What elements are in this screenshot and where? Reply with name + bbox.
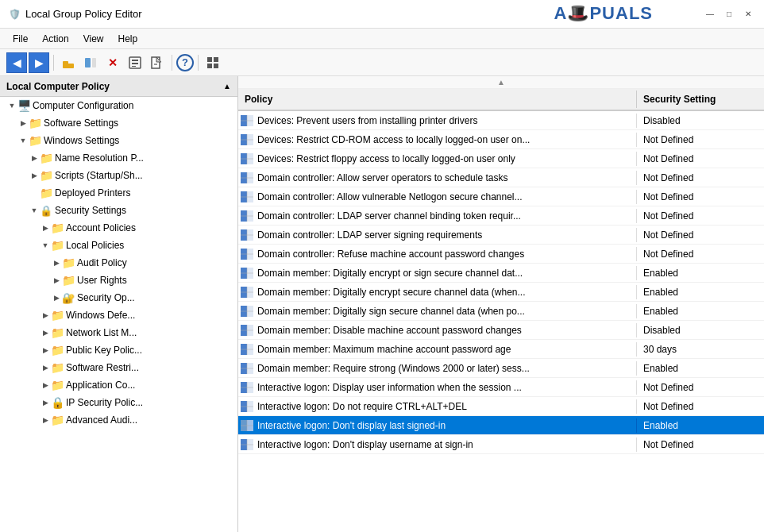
tree-item-local-policies[interactable]: ▼ 📁 Local Policies bbox=[0, 237, 237, 254]
properties-button[interactable] bbox=[125, 52, 145, 73]
back-button[interactable]: ◀ bbox=[6, 52, 27, 73]
tree-item-scripts[interactable]: ▶ 📁 Scripts (Startup/Sh... bbox=[0, 167, 237, 184]
table-row[interactable]: Domain member: Maximum machine account p… bbox=[238, 340, 764, 359]
row-setting-text: Not Defined bbox=[637, 438, 764, 452]
tree-item-network-list[interactable]: ▶ 📁 Network List M... bbox=[0, 324, 237, 341]
row-icon bbox=[238, 363, 256, 374]
expand-network-list[interactable]: ▶ bbox=[40, 327, 51, 338]
tree-item-software-restrict[interactable]: ▶ 📁 Software Restri... bbox=[0, 359, 237, 376]
tree-item-windows-settings[interactable]: ▼ 📁 Windows Settings bbox=[0, 132, 237, 149]
help-button[interactable]: ? bbox=[176, 54, 194, 71]
table-row[interactable]: Interactive logon: Display user informat… bbox=[238, 378, 764, 397]
tree-item-security-op[interactable]: ▶ 🔐 Security Op... bbox=[0, 289, 237, 306]
tree-scroll-up-icon[interactable]: ▲ bbox=[223, 82, 231, 91]
up-button[interactable] bbox=[58, 52, 79, 73]
expand-user-rights[interactable]: ▶ bbox=[51, 275, 62, 286]
folder-icon-printers: 📁 bbox=[40, 187, 52, 199]
folder-icon-scripts: 📁 bbox=[40, 170, 52, 181]
row-setting-text: Not Defined bbox=[637, 399, 764, 414]
svg-rect-1 bbox=[63, 61, 68, 64]
menu-action[interactable]: Action bbox=[36, 32, 75, 46]
row-setting-text: Not Defined bbox=[637, 209, 764, 223]
tree-panel: Local Computer Policy ▲ ▼ 🖥️ Computer Co… bbox=[0, 76, 238, 532]
table-row[interactable]: Domain controller: Refuse machine accoun… bbox=[238, 245, 764, 264]
delete-button[interactable]: ✕ bbox=[102, 52, 123, 73]
expand-scripts[interactable]: ▶ bbox=[29, 170, 40, 181]
table-row-selected[interactable]: Interactive logon: Don't display last si… bbox=[238, 416, 764, 435]
expand-computer-config[interactable]: ▼ bbox=[6, 100, 17, 111]
tree-item-user-rights[interactable]: ▶ 📁 User Rights bbox=[0, 272, 237, 289]
tree-item-audit-policy[interactable]: ▶ 📁 Audit Policy bbox=[0, 254, 237, 272]
row-icon bbox=[238, 229, 256, 241]
tree-item-name-resolution[interactable]: ▶ 📁 Name Resolution P... bbox=[0, 149, 237, 167]
table-row[interactable]: Domain member: Digitally sign secure cha… bbox=[238, 302, 764, 321]
table-row[interactable]: Devices: Prevent users from installing p… bbox=[238, 111, 764, 130]
row-setting-text: Not Defined bbox=[637, 152, 764, 166]
table-row[interactable]: Interactive logon: Don't display usernam… bbox=[238, 435, 764, 454]
expand-ip-security[interactable]: ▶ bbox=[40, 397, 51, 408]
table-row[interactable]: Devices: Restrict floppy access to local… bbox=[238, 149, 764, 168]
expand-security-op[interactable]: ▶ bbox=[51, 292, 62, 303]
folder-icon-windows: 📁 bbox=[29, 135, 41, 146]
tree-item-security-settings[interactable]: ▼ 🔒 Security Settings bbox=[0, 202, 237, 219]
table-row[interactable]: Domain controller: LDAP server channel b… bbox=[238, 206, 764, 226]
tree-item-app-control[interactable]: ▶ 📁 Application Co... bbox=[0, 376, 237, 394]
tree-item-ip-security[interactable]: ▶ 🔒 IP Security Polic... bbox=[0, 394, 237, 411]
expand-local-policies[interactable]: ▼ bbox=[40, 240, 51, 251]
menu-help[interactable]: Help bbox=[112, 32, 145, 46]
tree-label-computer-config: Computer Configuration bbox=[33, 100, 133, 111]
folder-icon-adv-audit: 📁 bbox=[51, 414, 64, 426]
minimize-button[interactable]: — bbox=[702, 6, 718, 22]
expand-audit-policy[interactable]: ▶ bbox=[51, 257, 62, 268]
expand-app-control[interactable]: ▶ bbox=[40, 380, 51, 391]
expand-advanced-audit[interactable]: ▶ bbox=[40, 414, 51, 426]
row-policy-text: Interactive logon: Don't display usernam… bbox=[256, 438, 637, 452]
row-setting-text: Not Defined bbox=[637, 133, 764, 147]
menu-view[interactable]: View bbox=[77, 32, 110, 46]
maximize-button[interactable]: □ bbox=[721, 6, 737, 22]
table-row[interactable]: Domain controller: LDAP server signing r… bbox=[238, 226, 764, 245]
tree-label-name-resolution: Name Resolution P... bbox=[55, 152, 144, 164]
tree-item-software-settings[interactable]: ▶ 📁 Software Settings bbox=[0, 114, 237, 132]
row-icon bbox=[238, 268, 256, 279]
expand-name-resolution[interactable]: ▶ bbox=[29, 152, 40, 164]
tree-item-windows-defender[interactable]: ▶ 📁 Windows Defe... bbox=[0, 306, 237, 324]
table-row[interactable]: Domain member: Digitally encrypt secure … bbox=[238, 283, 764, 302]
table-row[interactable]: Domain member: Digitally encrypt or sign… bbox=[238, 264, 764, 283]
table-row[interactable]: Domain controller: Allow server operator… bbox=[238, 168, 764, 187]
tree-item-deployed-printers[interactable]: 📁 Deployed Printers bbox=[0, 184, 237, 202]
table-row[interactable]: Domain member: Disable machine account p… bbox=[238, 321, 764, 340]
tree-item-computer-config[interactable]: ▼ 🖥️ Computer Configuration bbox=[0, 97, 237, 114]
computer-icon: 🖥️ bbox=[17, 100, 30, 111]
close-button[interactable]: ✕ bbox=[740, 6, 756, 22]
row-icon bbox=[238, 172, 256, 183]
svg-rect-11 bbox=[207, 57, 212, 62]
table-row[interactable]: Interactive logon: Do not require CTRL+A… bbox=[238, 397, 764, 416]
export-button[interactable] bbox=[147, 52, 168, 73]
row-setting-text: 30 days bbox=[637, 342, 764, 357]
svg-rect-3 bbox=[92, 58, 96, 67]
show-hide-button[interactable] bbox=[80, 52, 101, 73]
expand-software-restrict[interactable]: ▶ bbox=[40, 362, 51, 373]
table-row[interactable]: Domain member: Require strong (Windows 2… bbox=[238, 359, 764, 378]
view-button[interactable] bbox=[203, 52, 223, 73]
row-setting-text: Not Defined bbox=[637, 190, 764, 204]
window-controls[interactable]: — □ ✕ bbox=[702, 6, 756, 22]
table-row[interactable]: Domain controller: Allow vulnerable Netl… bbox=[238, 187, 764, 206]
folder-icon-network: 📁 bbox=[51, 327, 64, 338]
row-icon bbox=[238, 153, 256, 164]
menu-file[interactable]: File bbox=[6, 32, 34, 46]
expand-account-policies[interactable]: ▶ bbox=[40, 222, 51, 233]
expand-windows-settings[interactable]: ▼ bbox=[17, 135, 29, 146]
expand-windows-defender[interactable]: ▶ bbox=[40, 310, 51, 321]
tree-item-public-key[interactable]: ▶ 📁 Public Key Polic... bbox=[0, 341, 237, 359]
table-row[interactable]: Devices: Restrict CD-ROM access to local… bbox=[238, 130, 764, 149]
expand-public-key[interactable]: ▶ bbox=[40, 345, 51, 356]
svg-rect-2 bbox=[85, 58, 91, 67]
expand-security-settings[interactable]: ▼ bbox=[29, 205, 40, 216]
tree-item-advanced-audit[interactable]: ▶ 📁 Advanced Audi... bbox=[0, 411, 237, 429]
row-policy-text: Domain controller: LDAP server signing r… bbox=[256, 228, 637, 242]
tree-item-account-policies[interactable]: ▶ 📁 Account Policies bbox=[0, 219, 237, 237]
expand-software-settings[interactable]: ▶ bbox=[17, 118, 29, 129]
forward-button[interactable]: ▶ bbox=[29, 52, 49, 73]
